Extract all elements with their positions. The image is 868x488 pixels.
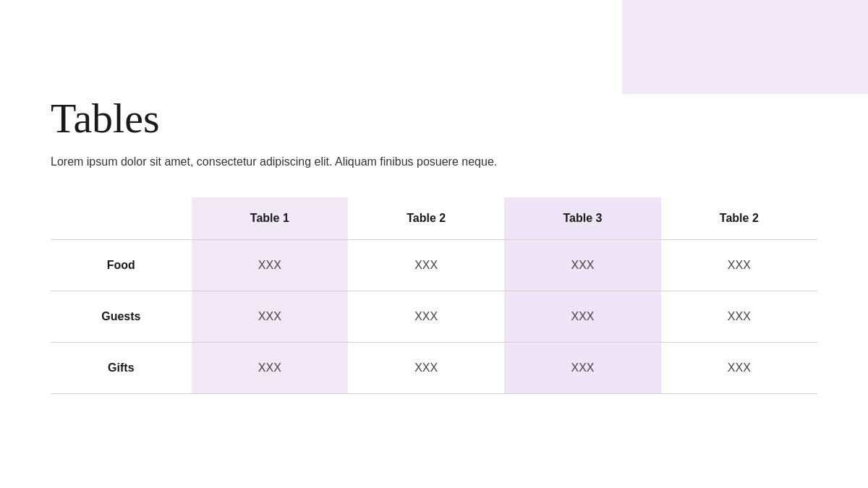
row-food-table1: XXX (192, 240, 348, 291)
header-table2a: Table 2 (348, 197, 504, 240)
table-row: Gifts XXX XXX XXX XXX (51, 343, 817, 394)
row-gifts-table3: XXX (504, 343, 660, 394)
row-food-table2b: XXX (661, 240, 817, 291)
page-description: Lorem ipsum dolor sit amet, consectetur … (51, 155, 817, 168)
row-gifts-table2b: XXX (661, 343, 817, 394)
row-label-food: Food (51, 240, 192, 291)
row-gifts-table1: XXX (192, 343, 348, 394)
header-table3: Table 3 (504, 197, 660, 240)
header-label-cell (51, 197, 192, 240)
row-label-guests: Guests (51, 291, 192, 343)
row-guests-table2a: XXX (348, 291, 504, 343)
row-label-gifts: Gifts (51, 343, 192, 394)
row-food-table2a: XXX (348, 240, 504, 291)
table-header-row: Table 1 Table 2 Table 3 Table 2 (51, 197, 817, 240)
header-table2b: Table 2 (661, 197, 817, 240)
row-guests-table1: XXX (192, 291, 348, 343)
header-table1: Table 1 (192, 197, 348, 240)
table-row: Food XXX XXX XXX XXX (51, 240, 817, 291)
comparison-table: Table 1 Table 2 Table 3 Table 2 Food XXX… (51, 197, 817, 394)
corner-decoration (622, 0, 868, 94)
table-container: Table 1 Table 2 Table 3 Table 2 Food XXX… (51, 197, 817, 394)
row-food-table3: XXX (504, 240, 660, 291)
row-gifts-table2a: XXX (348, 343, 504, 394)
page-title: Tables (51, 94, 817, 142)
row-guests-table3: XXX (504, 291, 660, 343)
row-guests-table2b: XXX (661, 291, 817, 343)
table-row: Guests XXX XXX XXX XXX (51, 291, 817, 343)
